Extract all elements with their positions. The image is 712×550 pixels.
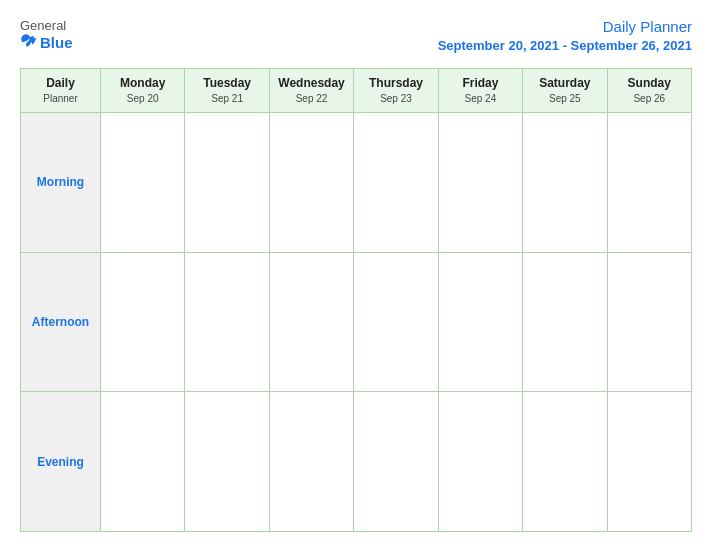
cell-thursday-evening[interactable]	[354, 392, 438, 532]
header-label-cell: Daily Planner	[21, 69, 101, 113]
cell-friday-evening[interactable]	[438, 392, 522, 532]
time-label-afternoon: Afternoon	[21, 252, 101, 392]
header-date-5: Sep 25	[525, 92, 604, 106]
cell-tuesday-evening[interactable]	[185, 392, 269, 532]
header-col-3: Thursday Sep 23	[354, 69, 438, 113]
cell-thursday-afternoon[interactable]	[354, 252, 438, 392]
table-row-afternoon: Afternoon	[21, 252, 692, 392]
cell-sunday-afternoon[interactable]	[607, 252, 691, 392]
logo-bird-icon	[20, 34, 38, 52]
cell-tuesday-afternoon[interactable]	[185, 252, 269, 392]
header-date-1: Sep 21	[187, 92, 266, 106]
planner-subtitle: September 20, 2021 - September 26, 2021	[438, 38, 692, 53]
cell-monday-afternoon[interactable]	[101, 252, 185, 392]
cell-monday-evening[interactable]	[101, 392, 185, 532]
header-day-3: Thursday	[356, 75, 435, 92]
header-col-4: Friday Sep 24	[438, 69, 522, 113]
header-col-5: Saturday Sep 25	[523, 69, 607, 113]
cell-friday-morning[interactable]	[438, 112, 522, 252]
planner-title: Daily Planner	[603, 18, 692, 35]
header-day-1: Tuesday	[187, 75, 266, 92]
header-date-2: Sep 22	[272, 92, 351, 106]
header-col-1: Tuesday Sep 21	[185, 69, 269, 113]
header-date-0: Sep 20	[103, 92, 182, 106]
header-col-2: Wednesday Sep 22	[269, 69, 353, 113]
cell-saturday-afternoon[interactable]	[523, 252, 607, 392]
header-day-6: Sunday	[610, 75, 689, 92]
logo: General Blue	[20, 18, 73, 52]
logo-general-text: General	[20, 18, 66, 34]
header-date-6: Sep 26	[610, 92, 689, 106]
header-day-0: Monday	[103, 75, 182, 92]
header-day-5: Saturday	[525, 75, 604, 92]
header-day-2: Wednesday	[272, 75, 351, 92]
cell-tuesday-morning[interactable]	[185, 112, 269, 252]
cell-wednesday-evening[interactable]	[269, 392, 353, 532]
cell-sunday-evening[interactable]	[607, 392, 691, 532]
header-label-line1: Daily	[23, 75, 98, 92]
title-block: Daily Planner September 20, 2021 - Septe…	[438, 18, 692, 54]
cell-saturday-morning[interactable]	[523, 112, 607, 252]
table-row-morning: Morning	[21, 112, 692, 252]
header-col-6: Sunday Sep 26	[607, 69, 691, 113]
cell-sunday-morning[interactable]	[607, 112, 691, 252]
header-day-4: Friday	[441, 75, 520, 92]
header-col-0: Monday Sep 20	[101, 69, 185, 113]
page: General Blue Daily Planner September 20,…	[0, 0, 712, 550]
cell-wednesday-afternoon[interactable]	[269, 252, 353, 392]
table-row-evening: Evening	[21, 392, 692, 532]
cell-wednesday-morning[interactable]	[269, 112, 353, 252]
header-date-4: Sep 24	[441, 92, 520, 106]
header-date-3: Sep 23	[356, 92, 435, 106]
time-label-morning: Morning	[21, 112, 101, 252]
table-header-row: Daily Planner Monday Sep 20 Tuesday Sep …	[21, 69, 692, 113]
header-label-line2: Planner	[23, 92, 98, 106]
cell-thursday-morning[interactable]	[354, 112, 438, 252]
cell-monday-morning[interactable]	[101, 112, 185, 252]
cell-friday-afternoon[interactable]	[438, 252, 522, 392]
header: General Blue Daily Planner September 20,…	[20, 18, 692, 54]
time-label-evening: Evening	[21, 392, 101, 532]
logo-blue-label: Blue	[40, 34, 73, 51]
logo-blue-text: Blue	[20, 34, 73, 52]
planner-table: Daily Planner Monday Sep 20 Tuesday Sep …	[20, 68, 692, 532]
cell-saturday-evening[interactable]	[523, 392, 607, 532]
